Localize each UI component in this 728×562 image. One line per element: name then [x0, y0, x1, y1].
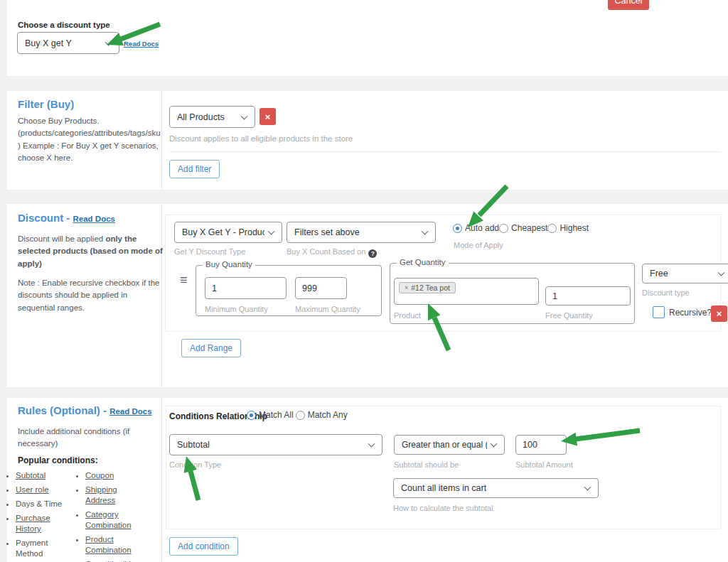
remove-filter-button[interactable]: ×: [259, 108, 276, 125]
chevron-down-icon: [268, 228, 275, 235]
discount-title: Discount - Read Docs: [18, 212, 115, 224]
product-input[interactable]: ×#12 Tea pot: [394, 278, 539, 305]
read-docs-link[interactable]: Read Docs: [124, 40, 159, 48]
help-icon[interactable]: ?: [368, 249, 377, 258]
list-item: Quantities/Line: [85, 559, 148, 562]
get-y-discount-type-value: Buy X Get Y - Products: [182, 227, 264, 237]
recursive-checkbox[interactable]: [653, 306, 665, 318]
radio-match-any-label: Match Any: [308, 410, 348, 420]
buy-x-count-value: Filters set above: [294, 227, 360, 237]
read-docs-link[interactable]: Read Docs: [109, 407, 151, 416]
product-label: Product: [394, 311, 421, 320]
min-quantity-input[interactable]: [205, 277, 287, 299]
list-item: Purchase History: [16, 513, 75, 534]
subtotal-calc-label: How to calculate the subtotal: [393, 504, 493, 512]
filter-title: Filter (Buy): [18, 98, 74, 110]
max-quantity-input[interactable]: [295, 277, 347, 299]
discount-note: Note : Enable recursive checkbox if the …: [18, 277, 163, 314]
rules-panel: Rules (Optional) - Read Docs Include add…: [7, 398, 728, 562]
cancel-button[interactable]: Cancel: [608, 0, 649, 10]
condition-type-select[interactable]: Subtotal: [169, 434, 382, 455]
free-quantity-label: Free Quantity: [545, 311, 593, 320]
buy-quantity-fieldset: Buy Quantity Minimum Quantity Maximum Qu…: [196, 265, 382, 316]
condition-link-user-role[interactable]: User role: [16, 485, 49, 494]
chevron-down-icon: [491, 441, 498, 448]
divider: [169, 151, 721, 152]
list-item: User role: [16, 485, 75, 495]
chevron-down-icon: [105, 38, 112, 45]
free-quantity-input[interactable]: [545, 286, 631, 306]
discount-panel: Discount - Read Docs Discount will be ap…: [7, 204, 728, 387]
conditions-relationship-group: Match All Match Any: [247, 410, 348, 420]
chevron-down-icon: [422, 228, 429, 235]
product-filter-value: All Products: [177, 112, 225, 122]
read-docs-link[interactable]: Read Docs: [73, 215, 115, 223]
get-quantity-fieldset: Get Quantity ×#12 Tea pot Product Free Q…: [390, 263, 635, 324]
add-range-button[interactable]: Add Range: [181, 339, 241, 357]
rules-description: Include additional conditions (if necess…: [18, 426, 163, 450]
product-filter-select[interactable]: All Products: [169, 106, 255, 128]
subtotal-operator-select[interactable]: Greater than or equal ( >= ): [394, 435, 505, 455]
popular-conditions-right: Coupon Shipping Address Category Combina…: [74, 470, 148, 562]
subtotal-amount-label: Subtotal Amount: [515, 460, 573, 469]
subtotal-calc-value: Count all items in cart: [401, 483, 486, 493]
add-condition-button[interactable]: Add condition: [169, 537, 238, 556]
discount-type-value-label: Discount type: [642, 288, 690, 297]
chevron-down-icon: [584, 484, 592, 491]
discount-description: Discount will be applied only the select…: [18, 233, 163, 270]
get-quantity-legend: Get Quantity: [397, 258, 449, 266]
subtotal-operator-label: Subtotal should be: [394, 460, 459, 469]
filter-description: Choose Buy Products. (products/categorie…: [18, 115, 163, 164]
rules-title: Rules (Optional) - Read Docs: [18, 404, 152, 416]
radio-auto-add[interactable]: [453, 224, 462, 233]
recursive-label: Recursive?: [669, 308, 712, 318]
buy-quantity-legend: Buy Quantity: [203, 260, 255, 269]
radio-auto-add-label: Auto add: [465, 223, 499, 233]
chevron-down-icon: [241, 112, 248, 119]
discount-type-value: Buy X get Y: [25, 38, 72, 48]
condition-link-purchase-history[interactable]: Purchase History: [16, 514, 50, 533]
radio-cheapest[interactable]: [499, 224, 508, 233]
condition-link-category-combination[interactable]: Category Combination: [85, 510, 132, 529]
mode-of-apply-label: Mode of Apply: [454, 241, 503, 249]
condition-days-time: Days & Time: [16, 499, 62, 508]
list-item: Days & Time: [16, 499, 75, 509]
discount-type-panel: Cancel Choose a discount type Buy X get …: [7, 0, 728, 76]
subtotal-operator-value: Greater than or equal ( >= ): [402, 440, 487, 450]
discount-type-value-select[interactable]: Free: [642, 264, 728, 283]
condition-link-subtotal[interactable]: Subtotal: [16, 471, 46, 480]
radio-match-any[interactable]: [296, 411, 305, 420]
rules-title-text: Rules (Optional) -: [18, 404, 107, 416]
chevron-down-icon: [368, 441, 375, 448]
remove-chip-icon[interactable]: ×: [405, 284, 408, 291]
condition-type-label: Condition Type: [169, 460, 221, 469]
condition-link-shipping-address[interactable]: Shipping Address: [85, 485, 117, 504]
discount-desc-normal: Discount will be applied: [18, 234, 105, 243]
subtotal-calc-select[interactable]: Count all items in cart: [393, 478, 599, 498]
filter-panel: Filter (Buy) Choose Buy Products. (produ…: [7, 91, 728, 190]
remove-range-button[interactable]: ×: [711, 306, 727, 322]
popular-conditions-title: Popular conditions:: [18, 455, 98, 465]
radio-highest[interactable]: [547, 224, 557, 233]
filter-helper-text: Discount applies to all eligible product…: [169, 134, 353, 143]
list-item: Subtotal: [16, 470, 75, 481]
chevron-down-icon: [718, 269, 725, 276]
discount-type-select[interactable]: Buy X get Y: [17, 32, 119, 54]
subtotal-amount-input[interactable]: [515, 435, 567, 455]
buy-x-count-label: Buy X Count Based on?: [287, 247, 377, 258]
buy-x-count-select[interactable]: Filters set above: [287, 222, 436, 243]
condition-link-coupon[interactable]: Coupon: [85, 471, 114, 480]
get-y-discount-type-select[interactable]: Buy X Get Y - Products: [174, 222, 282, 243]
radio-match-all[interactable]: [247, 411, 256, 420]
list-item: Category Combination: [85, 509, 148, 531]
discount-type-label: Choose a discount type: [18, 21, 110, 29]
add-filter-button[interactable]: Add filter: [169, 160, 220, 178]
product-chip[interactable]: ×#12 Tea pot: [399, 282, 456, 293]
list-item: Product Combination: [85, 534, 148, 556]
min-quantity-label: Minimum Quantity: [205, 305, 268, 313]
condition-link-product-combination[interactable]: Product Combination: [85, 535, 132, 554]
max-quantity-label: Maximum Quantity: [295, 305, 360, 313]
discount-type-value-text: Free: [650, 269, 668, 279]
list-item: Shipping Address: [85, 485, 148, 506]
drag-handle-icon[interactable]: ≡: [180, 274, 188, 286]
